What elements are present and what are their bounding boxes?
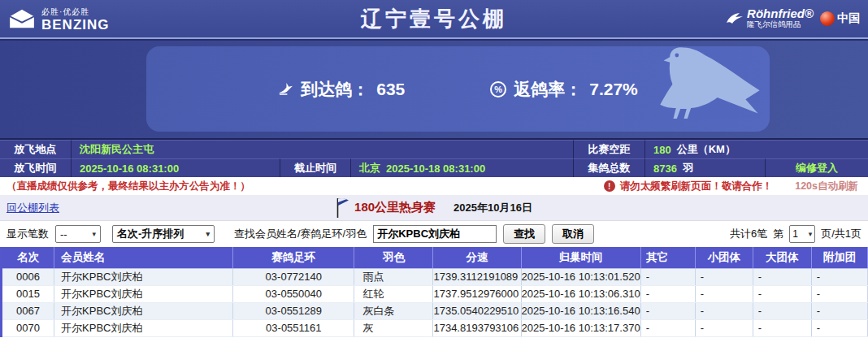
release-time-label: 放飞时间 [0, 158, 72, 177]
cell-rank: 0067 [2, 302, 54, 319]
show-count-select[interactable]: -- ▾ [55, 225, 101, 243]
cell-small-team: - [695, 285, 753, 302]
cell-member: 开尔KPBC刘庆柏 [54, 302, 233, 319]
search-button[interactable]: 查找 [503, 224, 545, 244]
header-cell-speed: 分速 [433, 247, 521, 268]
edit-login-link[interactable]: 编修登入 [766, 158, 868, 177]
header-cell-member: 会员姓名 [54, 247, 233, 268]
total-count-text: 共计6笔 [730, 227, 767, 241]
cell-extra-team: - [811, 285, 867, 302]
cell-other: - [640, 268, 695, 285]
cell-big-team: - [753, 285, 811, 302]
table-row: 0015 开尔KPBC刘庆柏 03-0550040 红轮 1737.951297… [2, 285, 868, 302]
race-date: 2025年10月16日 [454, 201, 532, 215]
cancel-button[interactable]: 取消 [552, 224, 594, 244]
cell-small-team: - [695, 302, 753, 319]
header-cell-time: 归巢时间 [521, 247, 640, 268]
cell-rank: 0070 [2, 319, 54, 336]
header-cell-small-team: 小团体 [695, 247, 753, 268]
return-value: 7.27% [589, 80, 638, 99]
header-cell-ring: 赛鸽足环 [233, 247, 354, 268]
race-title-bar: 回公棚列表 180公里热身赛 2025年10月16日 [0, 195, 868, 221]
cell-extra-team: - [811, 268, 867, 285]
chevron-down-icon: ▾ [206, 230, 210, 238]
cell-big-team: - [753, 268, 811, 285]
table-header-row: 名次 会员姓名 赛鸽足环 羽色 分速 归巢时间 其它 小团体 大团体 附加团 [2, 247, 868, 268]
table-row: 0067 开尔KPBC刘庆柏 03-0551289 灰白条 1735.05402… [2, 302, 868, 319]
cell-ring: 03-0550040 [233, 285, 354, 302]
cell-big-team: - [753, 302, 811, 319]
page-select[interactable]: 1 ▾ [789, 225, 815, 243]
release-place-label: 放飞地点 [0, 140, 72, 158]
release-time-value: 2025-10-16 08:31:00 [72, 158, 280, 177]
cell-extra-team: - [811, 319, 867, 336]
percent-icon: % [490, 81, 506, 98]
arrived-stat: 到达鸽：635 [278, 78, 405, 101]
total-pigeons-label: 集鸽总数 [574, 158, 645, 177]
brand-name: Röhnfried® [747, 7, 814, 20]
cell-color: 红轮 [354, 285, 433, 302]
sort-order-select[interactable]: 名次-升序排列 ▾ [112, 225, 215, 243]
show-count-label: 显示笔数 [7, 227, 49, 241]
auto-refresh-text: 120s自动刷新 [795, 180, 858, 193]
return-rate-stat: % 返鸽率：7.27% [490, 78, 638, 101]
cell-speed: 1737.9512976000 [433, 285, 521, 302]
cell-color: 灰白条 [354, 302, 433, 319]
return-label: 返鸽率： [514, 78, 582, 101]
cell-small-team: - [695, 268, 753, 285]
header-cell-rank: 名次 [2, 247, 54, 268]
race-flag-icon [336, 197, 349, 219]
cell-speed: 1739.3112191089 [433, 268, 521, 285]
cell-time: 2025-10-16 10:13:06.310 [521, 285, 640, 302]
arrived-value: 635 [376, 80, 405, 99]
distance-value: 180 公里（KM） [645, 140, 868, 158]
china-globe-icon [820, 11, 835, 26]
stats-panel: 到达鸽：635 % 返鸽率：7.27% [146, 46, 770, 132]
cell-other: - [640, 319, 695, 336]
cell-extra-team: - [811, 302, 867, 319]
cell-big-team: - [753, 319, 811, 336]
search-label: 查找会员姓名/赛鸽足环/羽色 [234, 227, 367, 241]
cell-speed: 1735.0540229510 [433, 302, 521, 319]
page-label-suffix: 页/共1页 [821, 227, 861, 241]
cell-time: 2025-10-16 10:13:16.540 [521, 302, 640, 319]
search-input[interactable] [373, 225, 497, 243]
cell-small-team: - [695, 319, 753, 336]
total-pigeons-value: 8736 羽 [645, 158, 766, 177]
landing-bird-icon [278, 82, 293, 96]
cell-speed: 1734.8193793106 [433, 319, 521, 336]
arrived-label: 到达鸽： [301, 78, 369, 101]
cell-member: 开尔KPBC刘庆柏 [54, 285, 233, 302]
cell-time: 2025-10-16 10:13:17.370 [521, 319, 640, 336]
chevron-down-icon: ▾ [92, 230, 96, 238]
alert-icon: ! [604, 180, 615, 192]
distance-label: 比赛空距 [574, 140, 645, 158]
cell-ring: 03-0772140 [233, 268, 354, 285]
cell-ring: 03-0551161 [233, 319, 354, 336]
header-cell-other: 其它 [640, 247, 695, 268]
disclaimer-text: （直播成绩仅供参考，最终结果以主办方公告为准！） [7, 180, 250, 193]
cell-ring: 03-0551289 [233, 302, 354, 319]
brand-subtitle: 隆飞尔信鸽用品 [747, 20, 814, 30]
table-row: 0006 开尔KPBC刘庆柏 03-0772140 雨点 1739.311219… [2, 268, 868, 285]
stats-banner: 到达鸽：635 % 返鸽率：7.27% [0, 39, 868, 140]
release-place-value: 沈阳新民公主屯 [72, 140, 574, 158]
header-cell-big-team: 大团体 [753, 247, 811, 268]
cell-other: - [640, 285, 695, 302]
region-selector[interactable]: 中国 [820, 11, 860, 26]
cell-rank: 0015 [2, 285, 54, 302]
race-name: 180公里热身赛 [354, 200, 436, 215]
cell-color: 雨点 [354, 268, 433, 285]
refresh-warning-text: 请勿太频繁刷新页面！敬请合作！ [620, 180, 773, 193]
cell-rank: 0006 [2, 268, 54, 285]
deadline-label: 截止时间 [280, 158, 351, 177]
page-label-prefix: 第 [773, 227, 783, 241]
cell-time: 2025-10-16 10:13:01.520 [521, 268, 640, 285]
region-label: 中国 [837, 11, 860, 26]
cell-other: - [640, 302, 695, 319]
cell-member: 开尔KPBC刘庆柏 [54, 268, 233, 285]
rohnfried-logo[interactable]: Röhnfried® 隆飞尔信鸽用品 [726, 7, 814, 31]
header-cell-extra-team: 附加团 [811, 247, 867, 268]
page: 必胜·优必胜 BENZING 辽宁壹号公棚 Röhnfried® 隆飞尔信鸽用品… [0, 0, 868, 338]
notice-bar: （直播成绩仅供参考，最终结果以主办方公告为准！） ! 请勿太频繁刷新页面！敬请合… [0, 177, 868, 195]
